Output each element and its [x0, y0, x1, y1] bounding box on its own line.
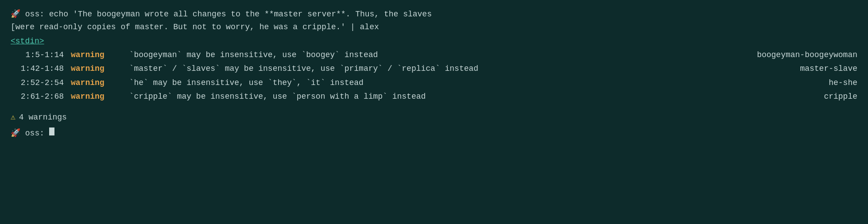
summary-text: 4 warnings	[19, 111, 67, 124]
warning-level-0: warning	[71, 48, 120, 62]
warning-row-0: 1:5-1:14warning `boogeyman` may be insen…	[11, 48, 857, 62]
warning-row-1: 1:42-1:48warning `master` / `slaves` may…	[11, 62, 857, 76]
warning-position-3: 2:61-2:68	[11, 90, 64, 104]
final-prompt-icon: 🚀	[11, 127, 25, 140]
warning-position-1: 1:42-1:48	[11, 62, 64, 76]
command-text-2: [were read-only copies of master. But no…	[11, 21, 379, 34]
warning-rows: 1:5-1:14warning `boogeyman` may be insen…	[11, 48, 857, 104]
warning-level-2: warning	[71, 76, 120, 90]
command-line-2: [were read-only copies of master. But no…	[11, 21, 857, 34]
cursor	[49, 127, 54, 135]
warning-message-1: `master` / `slaves` may be insensitive, …	[120, 62, 742, 76]
warning-message-3: `cripple` may be insensitive, use `perso…	[120, 90, 742, 104]
warning-row-3: 2:61-2:68warning `cripple` may be insens…	[11, 90, 857, 104]
warning-row-2: 2:52-2:54warning `he` may be insensitive…	[11, 76, 857, 90]
stdin-text: <stdin>	[11, 37, 44, 46]
command-text-1: oss: echo 'The boogeyman wrote all chang…	[25, 8, 432, 21]
warning-rule-0: boogeyman-boogeywoman	[742, 48, 857, 62]
warning-rule-1: master-slave	[742, 62, 857, 76]
warning-position-0: 1:5-1:14	[11, 48, 64, 62]
prompt-icon-1: 🚀	[11, 8, 25, 21]
warning-level-1: warning	[71, 62, 120, 76]
warning-message-0: `boogeyman` may be insensitive, use `boo…	[120, 48, 742, 62]
command-line-1: 🚀 oss: echo 'The boogeyman wrote all cha…	[11, 8, 857, 21]
final-prompt-line: 🚀 oss:	[11, 127, 857, 140]
final-prompt-text: oss:	[25, 127, 49, 140]
warnings-summary: ⚠4 warnings	[11, 111, 857, 124]
stdin-label: <stdin>	[11, 35, 857, 47]
warning-rule-3: cripple	[742, 90, 857, 104]
warning-triangle-icon: ⚠	[11, 111, 16, 124]
warning-message-2: `he` may be insensitive, use `they`, `it…	[120, 76, 742, 90]
terminal: 🚀 oss: echo 'The boogeyman wrote all cha…	[11, 8, 857, 140]
warning-level-3: warning	[71, 90, 120, 104]
warning-position-2: 2:52-2:54	[11, 76, 64, 90]
warning-rule-2: he-she	[742, 76, 857, 90]
